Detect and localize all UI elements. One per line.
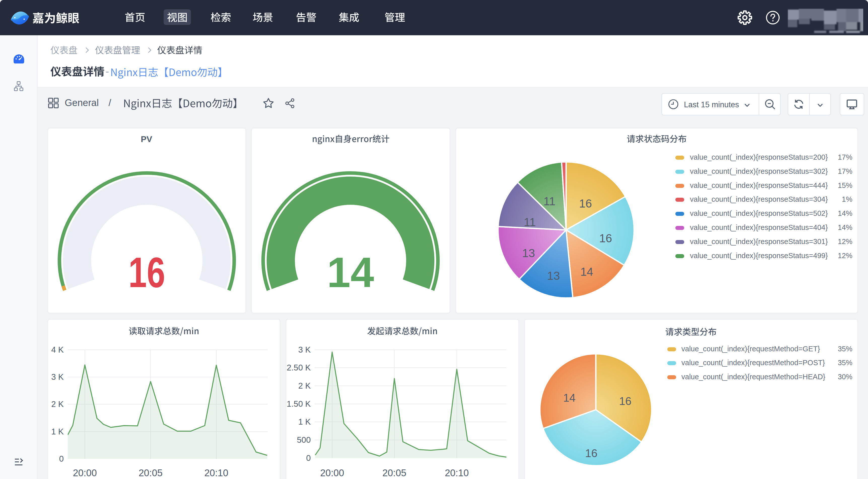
svg-text:14: 14 — [563, 392, 576, 404]
svg-text:16: 16 — [128, 249, 165, 296]
svg-text:16: 16 — [579, 197, 592, 210]
svg-text:16: 16 — [619, 395, 631, 407]
svg-text:14: 14 — [327, 249, 374, 296]
svg-text:16: 16 — [599, 232, 612, 245]
svg-text:11: 11 — [524, 216, 536, 229]
svg-text:13: 13 — [522, 246, 535, 260]
svg-text:14: 14 — [580, 265, 593, 278]
svg-text:11: 11 — [544, 195, 556, 208]
svg-text:13: 13 — [547, 269, 560, 282]
svg-text:16: 16 — [585, 447, 597, 459]
